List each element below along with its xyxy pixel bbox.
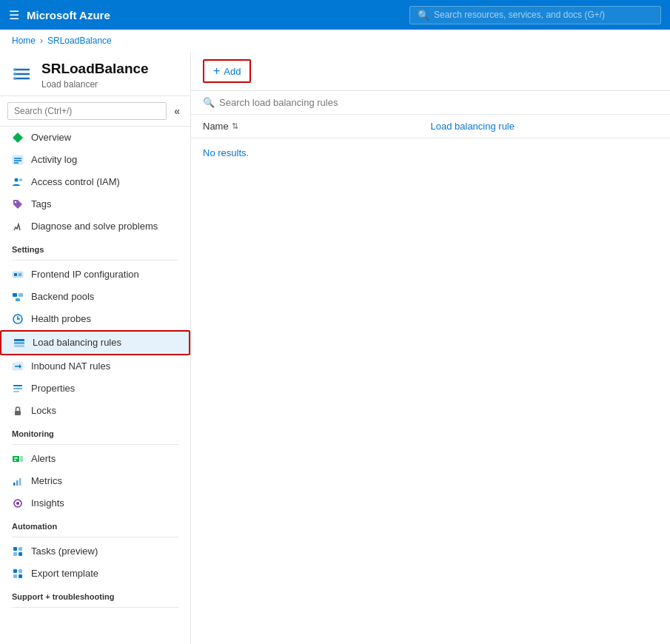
metrics-icon — [12, 475, 24, 487]
sidebar-item-export[interactable]: Export template — [0, 563, 190, 585]
svg-rect-20 — [16, 298, 20, 301]
svg-rect-19 — [19, 293, 23, 297]
resource-name: SRLoadBalance — [41, 61, 149, 78]
sidebar-item-label-activity-log: Activity log — [31, 154, 77, 165]
sidebar-item-label-export: Export template — [31, 568, 98, 579]
breadcrumb-home[interactable]: Home — [12, 36, 36, 46]
sidebar-item-frontend-ip[interactable]: Frontend IP configuration — [0, 264, 190, 286]
backend-pools-icon — [12, 291, 24, 303]
support-divider — [12, 607, 178, 608]
sidebar-item-diagnose[interactable]: Diagnose and solve problems — [0, 215, 190, 238]
sidebar-item-label-properties: Properties — [31, 383, 75, 394]
svg-rect-49 — [19, 569, 22, 573]
svg-rect-48 — [13, 569, 17, 573]
sidebar-item-locks[interactable]: Locks — [0, 400, 190, 422]
sidebar-item-properties[interactable]: Properties — [0, 378, 190, 400]
search-icon: 🔍 — [418, 10, 429, 21]
sidebar-item-health-probes[interactable]: Health probes — [0, 308, 190, 330]
svg-rect-35 — [13, 456, 19, 462]
health-probes-icon — [12, 313, 24, 325]
sidebar-item-alerts[interactable]: Alerts — [0, 448, 190, 470]
svg-point-43 — [16, 502, 19, 505]
properties-icon — [12, 383, 24, 395]
sidebar-item-label-backend-pools: Backend pools — [31, 291, 94, 302]
sidebar-item-access-control[interactable]: Access control (IAM) — [0, 171, 190, 193]
svg-point-24 — [17, 318, 19, 320]
inbound-nat-icon — [12, 360, 24, 372]
svg-rect-33 — [13, 391, 19, 392]
svg-rect-18 — [13, 293, 17, 297]
sidebar-item-label-diagnose: Diagnose and solve problems — [31, 221, 158, 232]
sort-icon[interactable]: ⇅ — [232, 121, 238, 131]
table-body: No results. — [191, 138, 670, 167]
diagnose-icon — [12, 221, 24, 232]
sidebar-item-insights[interactable]: Insights — [0, 492, 190, 514]
hamburger-icon[interactable]: ☰ — [9, 8, 19, 22]
load-balancing-rules-icon — [13, 337, 25, 349]
monitoring-divider — [12, 444, 178, 445]
breadcrumb-resource[interactable]: SRLoadBalance — [47, 36, 112, 46]
automation-divider — [12, 537, 178, 537]
table-search-input[interactable] — [219, 97, 658, 108]
resource-header-text: SRLoadBalance Load balancer — [41, 61, 149, 90]
svg-rect-44 — [13, 547, 17, 551]
resource-icon — [12, 64, 33, 87]
global-search-input[interactable] — [434, 10, 653, 20]
sidebar-item-label-alerts: Alerts — [31, 453, 56, 464]
svg-rect-40 — [16, 480, 19, 486]
svg-rect-41 — [19, 478, 21, 486]
svg-rect-17 — [19, 273, 21, 276]
sidebar-item-label-tasks: Tasks (preview) — [31, 546, 98, 557]
sidebar-item-tasks[interactable]: Tasks (preview) — [0, 540, 190, 563]
svg-rect-32 — [13, 388, 22, 389]
svg-rect-36 — [20, 456, 23, 462]
sidebar: SRLoadBalance Load balancer « Overview — [0, 52, 191, 644]
locks-icon — [12, 405, 24, 417]
insights-icon — [12, 497, 24, 509]
svg-point-12 — [15, 178, 19, 181]
no-results-message: No results. — [203, 147, 658, 158]
sidebar-item-inbound-nat[interactable]: Inbound NAT rules — [0, 355, 190, 378]
access-control-icon — [12, 176, 24, 188]
add-button[interactable]: + Add — [203, 59, 251, 83]
azure-logo: Microsoft Azure — [27, 9, 402, 21]
frontend-ip-icon — [12, 269, 24, 281]
svg-rect-27 — [14, 345, 24, 347]
table-header: Name ⇅ Load balancing rule — [191, 115, 670, 138]
svg-rect-39 — [13, 483, 16, 486]
topbar: ☰ Microsoft Azure 🔍 — [0, 0, 670, 30]
support-section-label: Support + troubleshooting — [0, 585, 190, 604]
collapse-button[interactable]: « — [171, 104, 183, 118]
svg-point-14 — [15, 201, 16, 203]
sidebar-item-metrics[interactable]: Metrics — [0, 470, 190, 492]
sidebar-item-backend-pools[interactable]: Backend pools — [0, 286, 190, 308]
breadcrumb: Home › SRLoadBalance — [0, 30, 670, 52]
svg-rect-37 — [14, 457, 18, 459]
sidebar-item-label-health-probes: Health probes — [31, 313, 91, 324]
sidebar-item-activity-log[interactable]: Activity log — [0, 149, 190, 171]
svg-rect-26 — [14, 342, 24, 344]
global-search[interactable]: 🔍 — [409, 6, 661, 24]
svg-rect-46 — [13, 552, 17, 556]
tags-icon — [12, 198, 24, 210]
sidebar-item-tags[interactable]: Tags — [0, 193, 190, 215]
sidebar-item-label-overview: Overview — [31, 132, 71, 143]
settings-section-label: Settings — [0, 238, 190, 257]
sidebar-item-load-balancing-rules[interactable]: Load balancing rules — [0, 330, 190, 355]
svg-rect-16 — [14, 273, 17, 276]
svg-rect-51 — [19, 574, 22, 578]
resource-subtitle: Load balancer — [41, 79, 149, 90]
sidebar-search-input[interactable] — [7, 102, 167, 120]
toolbar: + Add — [191, 52, 670, 91]
sidebar-item-label-load-balancing-rules: Load balancing rules — [33, 337, 121, 348]
col-name-header: Name ⇅ — [203, 121, 431, 132]
sidebar-search-bar: « — [0, 96, 190, 127]
monitoring-section-label: Monitoring — [0, 422, 190, 441]
sidebar-item-label-tags: Tags — [31, 198, 51, 209]
sidebar-item-label-inbound-nat: Inbound NAT rules — [31, 360, 110, 372]
sidebar-item-overview[interactable]: Overview — [0, 127, 190, 149]
svg-rect-45 — [19, 547, 22, 551]
sidebar-item-label-locks: Locks — [31, 405, 56, 416]
sidebar-item-label-insights: Insights — [31, 497, 64, 509]
breadcrumb-separator: › — [40, 36, 43, 46]
